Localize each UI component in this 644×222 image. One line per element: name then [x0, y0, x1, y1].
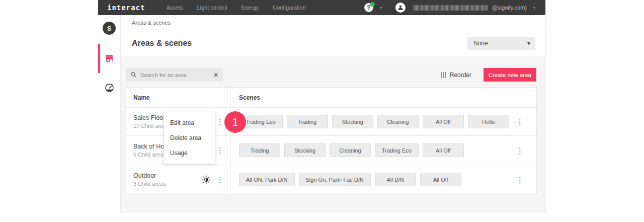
reorder-label: Reorder	[450, 71, 471, 79]
sidebar-item-dashboard[interactable]	[98, 73, 121, 102]
scene-chip[interactable]: Hello	[468, 115, 509, 128]
scene-chip[interactable]: All Off	[423, 115, 464, 128]
search-box[interactable]: ✕	[126, 68, 223, 82]
column-header-name: Name	[133, 94, 150, 101]
scenes-kebab-menu-icon[interactable]: ⋮	[515, 118, 525, 125]
reorder-button[interactable]: Reorder	[441, 71, 471, 79]
toolbar: ✕ Reorder Create new area	[121, 56, 545, 87]
user-email-suffix: @signify.com)	[492, 5, 527, 11]
main-nav: Assets Light control Energy Configuratio…	[166, 5, 364, 11]
scene-chip[interactable]: All Off	[423, 143, 464, 157]
app-window: interact Assets Light control Energy Con…	[98, 0, 546, 213]
table-header: Name Scenes	[126, 88, 536, 108]
menu-item-usage[interactable]: Usage	[164, 145, 215, 161]
nav-item-energy[interactable]: Energy	[241, 5, 259, 11]
chevron-down-icon: ▾	[527, 40, 530, 47]
reorder-grid-icon	[441, 72, 447, 78]
create-new-area-button[interactable]: Create new area	[484, 68, 536, 82]
menu-item-delete-area[interactable]: Delete area	[164, 130, 215, 145]
person-icon	[397, 4, 404, 11]
filter-dropdown-value: None	[473, 40, 488, 47]
scene-chip[interactable]: Trading	[287, 115, 328, 128]
active-indicator	[98, 44, 100, 73]
scene-chip[interactable]: All ON, Park D/N	[239, 173, 295, 186]
scenes-kebab-menu-icon[interactable]: ⋮	[515, 176, 525, 183]
scenes-kebab-menu-icon[interactable]: ⋮	[515, 146, 525, 154]
scene-chip[interactable]: Sign On, Park+Fac D/N	[299, 173, 371, 186]
page-title: Areas & scenes	[132, 39, 192, 48]
daylight-brightness-icon	[202, 175, 211, 184]
search-icon	[130, 71, 137, 78]
user-menu-chevron-icon[interactable]: ▾	[533, 6, 535, 10]
nav-item-configuration[interactable]: Configuration	[273, 5, 305, 11]
scene-chip[interactable]: Trading	[239, 143, 280, 157]
store-icon	[104, 53, 114, 63]
filter-dropdown[interactable]: None ▾	[467, 37, 535, 50]
menu-item-edit-area[interactable]: Edit area	[164, 115, 215, 130]
area-kebab-menu-icon[interactable]: ⋮	[215, 118, 225, 125]
help-button[interactable]: ?	[364, 3, 373, 12]
user-avatar[interactable]	[395, 3, 406, 13]
redacted-user-name	[413, 5, 488, 11]
area-subtitle: 3 Child areas	[133, 181, 202, 187]
scene-chip[interactable]: Cleaning	[330, 143, 371, 157]
scene-chip[interactable]: Trading Eco	[375, 143, 419, 157]
interact-logo: interact	[107, 4, 145, 12]
top-navbar: interact Assets Light control Energy Con…	[98, 0, 545, 15]
scene-chip[interactable]: Cleaning	[377, 115, 419, 128]
area-kebab-menu-icon[interactable]: ⋮	[215, 176, 225, 183]
scene-chip[interactable]: Stocking	[332, 115, 373, 128]
nav-right-cluster: ? ▾ @signify.com) ▾	[364, 3, 538, 13]
nav-item-assets[interactable]: Assets	[166, 5, 183, 11]
status-green-dot	[370, 2, 375, 7]
chevron-down-icon[interactable]: ▾	[380, 6, 382, 10]
gauge-icon	[105, 83, 114, 93]
site-avatar[interactable]: S	[103, 22, 116, 35]
column-header-scenes: Scenes	[239, 94, 260, 101]
left-sidebar: S	[98, 15, 121, 213]
page-header: Areas & scenes None ▾	[121, 30, 545, 56]
scene-chip[interactable]: Stocking	[284, 143, 326, 157]
sidebar-item-areas[interactable]	[98, 44, 121, 73]
area-kebab-menu-icon[interactable]: ⋮	[215, 146, 225, 154]
scene-chip[interactable]: All Off	[420, 173, 461, 186]
search-input[interactable]	[140, 72, 213, 78]
table-row-outdoor: Outdoor 3 Child areas	[126, 165, 536, 194]
clear-search-icon[interactable]: ✕	[213, 71, 218, 79]
nav-item-light-control[interactable]: Light control	[197, 5, 227, 11]
scene-chip[interactable]: All D/N	[375, 173, 416, 186]
annotation-step-badge: 1	[224, 111, 246, 133]
breadcrumb[interactable]: Areas & scenes	[132, 20, 171, 26]
area-name[interactable]: Outdoor	[133, 172, 202, 179]
area-context-menu: Edit area Delete area Usage	[164, 112, 215, 164]
breadcrumb-bar: Areas & scenes	[121, 15, 545, 30]
